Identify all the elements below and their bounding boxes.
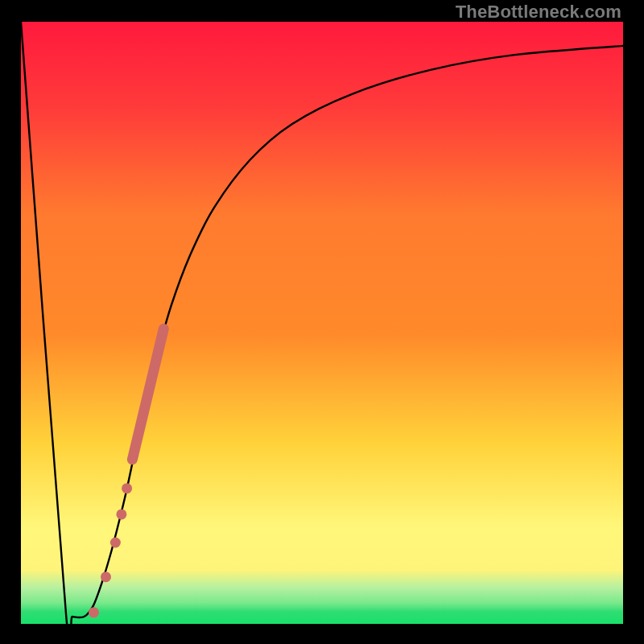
outer-frame: TheBottleneck.com	[0, 0, 644, 644]
marker-dot	[116, 509, 126, 519]
marker-dot	[89, 607, 99, 617]
marker-dot	[110, 538, 121, 548]
chart-canvas	[21, 22, 623, 624]
gradient-background	[21, 22, 623, 624]
watermark-text: TheBottleneck.com	[456, 2, 621, 23]
marker-dot	[122, 483, 132, 493]
marker-dot	[101, 572, 111, 582]
plot-area	[21, 22, 623, 624]
